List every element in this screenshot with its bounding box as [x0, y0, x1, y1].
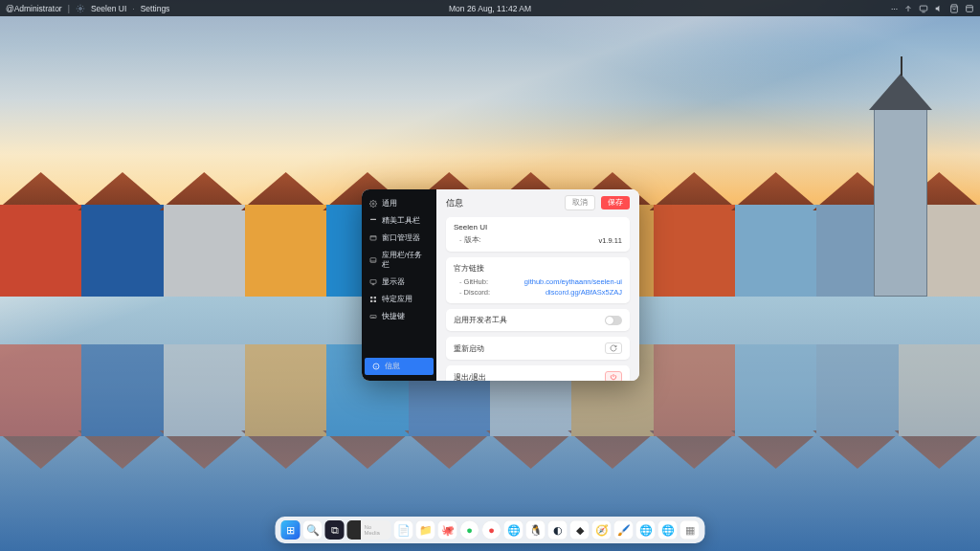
- topbar-clock[interactable]: Mon 26 Aug, 11:42 AM: [449, 4, 531, 13]
- dock-item-app-chrome-2[interactable]: 🌐: [504, 520, 523, 540]
- tray-more[interactable]: ···: [891, 4, 898, 13]
- save-button[interactable]: 保存: [601, 196, 630, 209]
- sidebar-item-monitor[interactable]: 显示器: [362, 274, 436, 291]
- dock-item-app-media-red[interactable]: ●: [482, 520, 501, 540]
- dock-icon: [369, 256, 377, 264]
- card-restart: 重新启动: [446, 337, 630, 360]
- reload-icon: [610, 344, 617, 352]
- top-bar: @Administrator | Seelen UI · Settings Mo…: [0, 0, 980, 16]
- dev-tools-label: 启用开发者工具: [454, 315, 605, 325]
- shopping-bag-icon[interactable]: [949, 4, 959, 13]
- dock-item-app-compass[interactable]: 🧭: [592, 520, 612, 540]
- dock-item-app-1[interactable]: 📄: [394, 520, 413, 540]
- restart-label: 重新启动: [454, 343, 605, 354]
- svg-rect-8: [370, 297, 372, 298]
- github-link[interactable]: github.com/eythaann/seelen-ui: [524, 277, 622, 286]
- topbar-separator: |: [68, 4, 70, 13]
- topbar-subtitle-sep: ·: [132, 4, 134, 13]
- settings-window: 通用精美工具栏窗口管理器应用栏/任务栏显示器特定应用快捷键 信息 信息 取消 保…: [362, 189, 639, 381]
- dock: ⊞🔍⧉No Media📄📁🐙●●🌐🐧◐◆🧭🖌️🌐🌐▦: [276, 517, 705, 543]
- cast-icon[interactable]: [919, 4, 928, 13]
- version-value: v1.9.11: [598, 236, 622, 245]
- dock-media-widget[interactable]: No Media: [347, 520, 391, 540]
- topbar-app-title[interactable]: Seelen UI: [91, 4, 126, 13]
- svg-rect-9: [374, 297, 376, 298]
- svg-point-0: [79, 7, 82, 10]
- sidebar-item-label: 快捷键: [382, 312, 405, 321]
- svg-rect-2: [967, 5, 973, 11]
- svg-rect-10: [370, 300, 372, 302]
- card-app-version: Seelen UI 版本: v1.9.11: [446, 217, 630, 252]
- dock-item-app-penguin[interactable]: 🐧: [526, 520, 546, 540]
- upload-icon[interactable]: [903, 4, 913, 13]
- monitor-icon: [369, 278, 377, 286]
- svg-rect-5: [370, 235, 376, 240]
- dock-item-app-files[interactable]: 📁: [416, 520, 435, 540]
- quit-button[interactable]: [605, 371, 622, 381]
- apps-icon: [369, 296, 377, 303]
- card-title-app: Seelen UI: [454, 223, 622, 231]
- sidebar-item-info[interactable]: 信息: [365, 358, 434, 375]
- dock-item-app-chat-green[interactable]: ●: [460, 520, 479, 540]
- topbar-user[interactable]: @Administrator: [6, 4, 62, 13]
- sidebar-item-label: 窗口管理器: [382, 233, 420, 243]
- settings-sidebar: 通用精美工具栏窗口管理器应用栏/任务栏显示器特定应用快捷键 信息: [362, 189, 436, 381]
- svg-rect-12: [370, 315, 376, 318]
- card-links: 官方链接 GitHub: github.com/eythaann/seelen-…: [446, 257, 630, 303]
- svg-rect-1: [920, 6, 927, 11]
- sidebar-item-window[interactable]: 窗口管理器: [362, 230, 436, 247]
- sidebar-item-label: 应用栏/任务栏: [382, 251, 429, 270]
- keyboard-icon: [369, 313, 377, 320]
- page-title: 信息: [446, 197, 559, 209]
- dock-item-app-misc[interactable]: ▦: [680, 520, 700, 540]
- dock-item-search[interactable]: 🔍: [303, 520, 323, 540]
- discord-link[interactable]: discord.gg/ABfASx5ZAJ: [546, 288, 622, 297]
- media-title: No Media: [365, 524, 388, 536]
- dock-item-app-steam[interactable]: ◐: [548, 520, 568, 540]
- dock-item-app-github[interactable]: 🐙: [438, 520, 457, 540]
- dock-item-app-chrome[interactable]: 🌐: [658, 520, 678, 540]
- sidebar-item-label: 显示器: [382, 277, 405, 287]
- power-icon: [610, 373, 617, 381]
- info-icon: [372, 363, 380, 370]
- dock-item-app-brush[interactable]: 🖌️: [614, 520, 634, 540]
- svg-rect-7: [370, 279, 376, 283]
- sidebar-item-keyboard[interactable]: 快捷键: [362, 308, 436, 325]
- settings-content: 信息 取消 保存 Seelen UI 版本: v1.9.11 官方链接 GitH…: [436, 189, 639, 381]
- gear-icon: [369, 200, 377, 208]
- dock-item-start-menu[interactable]: ⊞: [281, 520, 301, 540]
- settings-app-icon: [76, 4, 85, 13]
- restart-button[interactable]: [605, 342, 622, 354]
- sidebar-item-gear[interactable]: 通用: [362, 195, 436, 212]
- sidebar-item-label: 精美工具栏: [382, 216, 420, 226]
- dock-item-task-view[interactable]: ⧉: [325, 520, 345, 540]
- notification-center-icon[interactable]: [965, 4, 974, 13]
- links-card-title: 官方链接: [454, 263, 622, 274]
- wallpaper-tower: [874, 105, 927, 297]
- window-icon: [369, 234, 377, 242]
- card-quit: 退出/退出: [446, 365, 630, 381]
- sidebar-item-label: 通用: [382, 199, 397, 209]
- sidebar-item-label: 特定应用: [382, 295, 412, 304]
- github-label: GitHub:: [459, 277, 524, 286]
- cancel-button[interactable]: 取消: [565, 195, 595, 210]
- dev-tools-toggle[interactable]: [605, 316, 622, 325]
- svg-rect-6: [370, 258, 376, 263]
- dock-item-app-globe-blue[interactable]: 🌐: [636, 520, 656, 540]
- topbar-window-title[interactable]: Settings: [141, 4, 170, 13]
- quit-label: 退出/退出: [454, 372, 605, 382]
- sidebar-item-apps[interactable]: 特定应用: [362, 291, 436, 308]
- sidebar-item-toolbar[interactable]: 精美工具栏: [362, 212, 436, 230]
- dock-item-app-epic[interactable]: ◆: [570, 520, 590, 540]
- sidebar-item-label: 信息: [385, 362, 400, 371]
- toolbar-icon: [369, 217, 377, 225]
- sidebar-item-dock[interactable]: 应用栏/任务栏: [362, 247, 436, 274]
- svg-rect-4: [370, 219, 376, 220]
- card-dev-tools: 启用开发者工具: [446, 309, 630, 331]
- svg-rect-11: [374, 300, 376, 302]
- volume-icon[interactable]: [934, 4, 944, 13]
- discord-label: Discord:: [459, 288, 546, 297]
- version-label: 版本:: [459, 235, 598, 245]
- svg-point-3: [372, 203, 374, 205]
